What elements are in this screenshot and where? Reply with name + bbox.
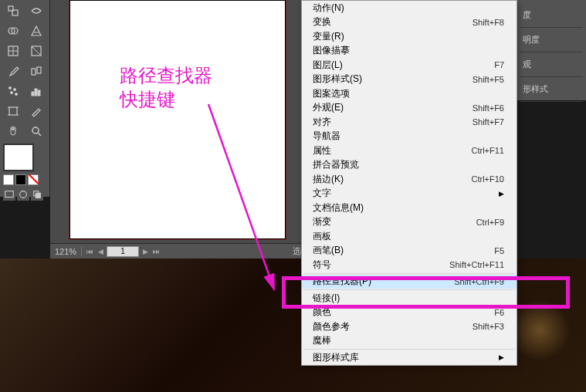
artboard[interactable] bbox=[69, 0, 286, 239]
menu-item-label: 属性 bbox=[313, 144, 331, 157]
swatch-fill-white[interactable] bbox=[3, 174, 14, 185]
menu-item[interactable]: 图形样式库▶ bbox=[302, 350, 517, 365]
annotation-line1: 路径查找器 bbox=[120, 63, 212, 87]
tool-mesh[interactable] bbox=[3, 42, 23, 60]
tool-gradient[interactable] bbox=[26, 42, 46, 60]
menu-item[interactable]: 颜色F6 bbox=[302, 306, 517, 320]
menu-item-label: 描边(K) bbox=[313, 173, 344, 186]
fill-swatch[interactable] bbox=[3, 144, 34, 171]
menu-item-label: 拼合器预览 bbox=[313, 158, 359, 171]
menu-item[interactable]: 链接(I) bbox=[302, 291, 517, 306]
svg-point-18 bbox=[20, 191, 27, 198]
menu-item[interactable]: 变换Shift+F8 bbox=[302, 15, 517, 30]
tool-scale[interactable] bbox=[3, 2, 23, 20]
menu-item-shortcut: F7 bbox=[494, 60, 504, 69]
tool-shape-builder[interactable] bbox=[3, 22, 23, 40]
menu-item[interactable]: 导航器 bbox=[302, 130, 517, 144]
menu-separator bbox=[303, 289, 515, 290]
menu-item[interactable]: 图形样式(S)Shift+F5 bbox=[302, 73, 517, 87]
page-nav: ⏮ ◀ ▶ ⏭ bbox=[82, 246, 164, 257]
tool-zoom[interactable] bbox=[26, 122, 46, 140]
menu-item[interactable]: 画笔(B)F5 bbox=[302, 244, 517, 259]
tool-eyedropper[interactable] bbox=[3, 62, 23, 80]
bg-light-glow bbox=[509, 299, 571, 361]
menu-item-label: 颜色参考 bbox=[313, 320, 350, 333]
menu-item-label: 颜色 bbox=[313, 306, 331, 319]
menu-item-label: 变换 bbox=[313, 15, 331, 29]
menu-item[interactable]: 图层(L)F7 bbox=[302, 58, 517, 73]
panel-item-3[interactable]: 观 bbox=[520, 52, 583, 77]
menu-item[interactable]: 颜色参考Shift+F3 bbox=[302, 319, 517, 334]
panel-item-1[interactable]: 度 bbox=[520, 3, 583, 28]
menu-item-label: 图像描摹 bbox=[313, 44, 350, 57]
menu-item[interactable]: 符号Shift+Ctrl+F11 bbox=[302, 258, 517, 272]
tool-hand[interactable] bbox=[3, 122, 23, 140]
svg-point-9 bbox=[14, 89, 16, 91]
submenu-arrow-icon: ▶ bbox=[499, 190, 504, 198]
menu-item[interactable]: 动作(N) bbox=[302, 1, 517, 15]
svg-rect-7 bbox=[37, 67, 41, 73]
canvas-area bbox=[50, 0, 305, 259]
swatch-none[interactable] bbox=[28, 174, 39, 185]
menu-item-shortcut: F5 bbox=[494, 246, 504, 255]
svg-point-11 bbox=[15, 93, 18, 96]
menu-separator bbox=[303, 349, 515, 350]
swatch-stroke-black[interactable] bbox=[15, 174, 26, 185]
annotation-line2: 快捷键 bbox=[120, 87, 212, 111]
tool-artboard[interactable] bbox=[3, 102, 23, 120]
menu-item[interactable]: 描边(K)Ctrl+F10 bbox=[302, 172, 517, 187]
svg-point-8 bbox=[9, 87, 12, 90]
menu-item[interactable]: 属性Ctrl+F11 bbox=[302, 144, 517, 158]
tool-width[interactable] bbox=[26, 2, 46, 20]
menu-item-label: 图层(L) bbox=[313, 59, 343, 72]
draw-mode-icon[interactable] bbox=[17, 188, 29, 201]
menu-item-shortcut: F6 bbox=[494, 308, 504, 317]
status-bar: 121% ⏮ ◀ ▶ ⏭ 选择 bbox=[50, 243, 313, 259]
tool-graph[interactable] bbox=[26, 82, 46, 100]
menu-item[interactable]: 变量(R) bbox=[302, 29, 517, 44]
menu-item-shortcut: Ctrl+F9 bbox=[476, 218, 504, 227]
menu-item-label: 符号 bbox=[313, 259, 331, 272]
menu-item-shortcut: Ctrl+F10 bbox=[472, 174, 505, 184]
menu-item-label: 链接(I) bbox=[313, 292, 340, 305]
menu-item[interactable]: 图像描摹 bbox=[302, 44, 517, 59]
nav-first-icon[interactable]: ⏮ bbox=[85, 247, 94, 256]
menu-item-shortcut: Shift+F5 bbox=[473, 75, 504, 84]
tool-symbol-sprayer[interactable] bbox=[3, 82, 23, 100]
nav-prev-icon[interactable]: ◀ bbox=[96, 247, 105, 256]
menu-item[interactable]: 对齐Shift+F7 bbox=[302, 115, 517, 130]
nav-next-icon[interactable]: ▶ bbox=[141, 247, 150, 256]
tool-perspective[interactable] bbox=[26, 22, 46, 40]
menu-item-label: 图案选项 bbox=[313, 87, 350, 100]
svg-rect-13 bbox=[35, 89, 37, 96]
menu-item[interactable]: 拼合器预览 bbox=[302, 158, 517, 173]
tool-slice[interactable] bbox=[26, 102, 46, 120]
menu-item-shortcut: Shift+F3 bbox=[473, 322, 504, 331]
menu-item[interactable]: 路径查找器(P)Shift+Ctrl+F9 bbox=[302, 275, 517, 289]
panel-item-2[interactable]: 明度 bbox=[520, 28, 583, 52]
page-number-input[interactable] bbox=[107, 246, 139, 257]
menu-item[interactable]: 图案选项 bbox=[302, 86, 517, 101]
menu-item[interactable]: 魔棒 bbox=[302, 334, 517, 349]
menu-item[interactable]: 渐变Ctrl+F9 bbox=[302, 215, 517, 230]
menu-item-label: 外观(E) bbox=[313, 101, 344, 114]
menu-item-label: 文字 bbox=[313, 187, 331, 200]
menu-item[interactable]: 画板 bbox=[302, 229, 517, 244]
menu-item-shortcut: Shift+F6 bbox=[473, 103, 504, 113]
menu-item-label: 文档信息(M) bbox=[313, 201, 364, 215]
nav-last-icon[interactable]: ⏭ bbox=[151, 247, 161, 256]
screen-mode-icon[interactable] bbox=[3, 188, 15, 201]
tool-blend[interactable] bbox=[26, 62, 46, 80]
menu-item-shortcut: Ctrl+F11 bbox=[472, 146, 505, 155]
panel-item-4[interactable]: 形样式 bbox=[520, 77, 583, 102]
menu-item[interactable]: 外观(E)Shift+F6 bbox=[302, 101, 517, 116]
svg-rect-20 bbox=[36, 193, 40, 198]
zoom-level[interactable]: 121% bbox=[50, 247, 82, 256]
menu-item-label: 变量(R) bbox=[313, 30, 344, 43]
draw-behind-icon[interactable] bbox=[31, 188, 43, 201]
menu-item-label: 图形样式(S) bbox=[313, 73, 362, 86]
menu-item[interactable]: 文档信息(M) bbox=[302, 201, 517, 215]
submenu-arrow-icon: ▶ bbox=[499, 353, 504, 361]
menu-item-shortcut: Shift+Ctrl+F9 bbox=[454, 277, 504, 286]
menu-item[interactable]: 文字▶ bbox=[302, 187, 517, 201]
